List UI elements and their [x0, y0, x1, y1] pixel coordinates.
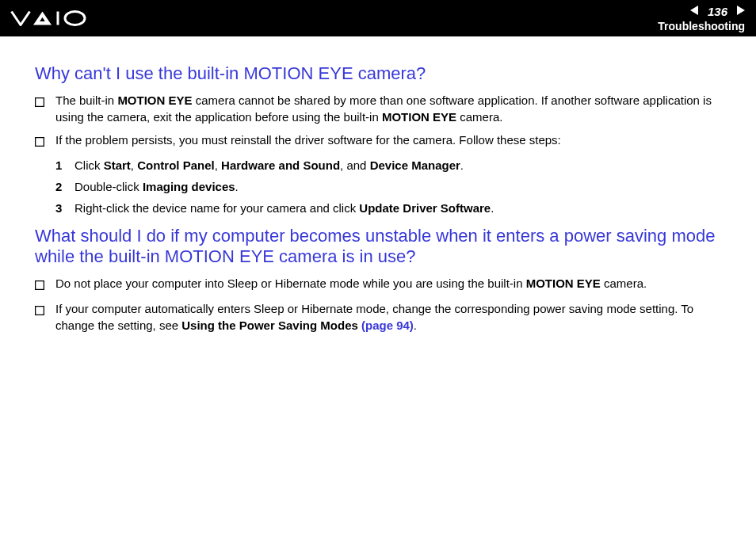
text: The built-in	[55, 93, 117, 107]
text: .	[460, 158, 464, 172]
text: camera.	[456, 110, 502, 124]
list-item: If the problem persists, you must reinst…	[35, 132, 721, 151]
next-page-arrow-icon[interactable]	[732, 5, 745, 17]
svg-rect-5	[36, 98, 44, 107]
list-item: If your computer automatically enters Sl…	[35, 300, 721, 334]
bold-text: Update Driver Software	[359, 201, 491, 215]
bold-text: Using the Power Saving Modes	[181, 318, 358, 332]
numbered-item: 1 Click Start, Control Panel, Hardware a…	[55, 157, 721, 174]
question-1-heading: Why can't I use the built-in MOTION EYE …	[35, 63, 721, 84]
bullet-text: The built-in MOTION EYE camera cannot be…	[55, 92, 721, 125]
bold-text: Imaging devices	[143, 180, 235, 193]
text: ,	[215, 158, 221, 172]
step-text: Right-click the device name for your cam…	[74, 200, 494, 216]
bold-text: MOTION EYE	[526, 277, 601, 290]
step-number: 3	[55, 200, 74, 216]
numbered-item: 3 Right-click the device name for your c…	[55, 200, 721, 216]
bullet-icon	[35, 94, 46, 111]
question-2-heading: What should I do if my computer becomes …	[35, 226, 721, 267]
svg-marker-0	[38, 15, 48, 23]
bold-text: Hardware and Sound	[221, 158, 340, 172]
numbered-item: 2 Double-click Imaging devices.	[55, 178, 721, 195]
page-header: 136 Troubleshooting	[0, 0, 756, 36]
bold-text: MOTION EYE	[382, 110, 456, 124]
svg-rect-7	[36, 281, 44, 290]
bold-text: Control Panel	[137, 158, 215, 172]
list-item: Do not place your computer into Sleep or…	[35, 275, 721, 294]
page-number: 136	[708, 5, 727, 18]
bullet-icon	[35, 134, 46, 151]
text: .	[414, 318, 417, 332]
page-navigation: 136	[658, 5, 745, 18]
list-item: The built-in MOTION EYE camera cannot be…	[35, 92, 721, 125]
vaio-logo	[10, 10, 89, 27]
text: Double-click	[74, 180, 143, 193]
svg-marker-4	[737, 6, 745, 15]
text: Do not place your computer into Sleep or…	[55, 277, 526, 290]
text: .	[235, 180, 239, 193]
svg-rect-8	[36, 307, 44, 315]
svg-marker-3	[690, 6, 698, 15]
bullet-text: Do not place your computer into Sleep or…	[55, 275, 721, 292]
svg-rect-6	[36, 138, 44, 147]
header-right: 136 Troubleshooting	[658, 5, 745, 32]
numbered-list: 1 Click Start, Control Panel, Hardware a…	[55, 157, 721, 216]
step-text: Double-click Imaging devices.	[74, 178, 239, 195]
text: ,	[131, 158, 137, 172]
text: , and	[340, 158, 370, 172]
bullet-icon	[35, 277, 46, 294]
page-reference-link[interactable]: (page 94)	[358, 318, 414, 332]
bullet-icon	[35, 303, 46, 319]
section-label: Troubleshooting	[658, 20, 745, 32]
text: Right-click the device name for your cam…	[74, 201, 359, 215]
step-number: 2	[55, 178, 74, 195]
step-number: 1	[55, 157, 74, 174]
bold-text: Device Manager	[370, 158, 460, 172]
text: .	[491, 201, 494, 215]
bullet-text: If your computer automatically enters Sl…	[55, 300, 721, 334]
svg-point-2	[65, 12, 85, 25]
page-content: Why can't I use the built-in MOTION EYE …	[0, 36, 756, 334]
bullet-text: If the problem persists, you must reinst…	[55, 132, 721, 148]
step-text: Click Start, Control Panel, Hardware and…	[74, 157, 464, 174]
text: camera.	[601, 277, 647, 290]
bold-text: Start	[104, 158, 131, 172]
prev-page-arrow-icon[interactable]	[690, 5, 703, 17]
bold-text: MOTION EYE	[117, 93, 192, 107]
text: Click	[74, 158, 104, 172]
